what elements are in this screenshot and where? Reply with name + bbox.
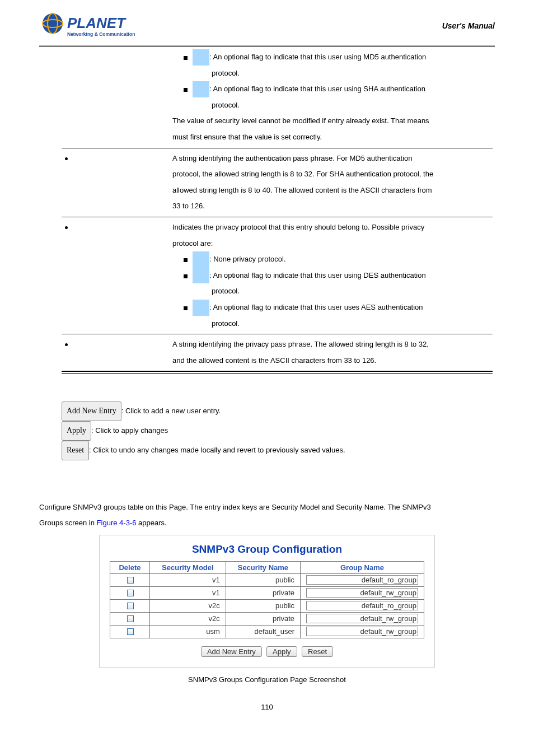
group-name-input[interactable] (306, 614, 418, 623)
legend-row: Apply: Click to apply changes (62, 421, 495, 441)
table-row: A string identifying the authentication … (62, 148, 493, 217)
list-item: : An optional flag to indicate that this… (184, 300, 489, 332)
manual-title: User's Manual (442, 21, 495, 30)
brand-sub-text: Networking & Communication (67, 31, 135, 37)
list-item: : An optional flag to indicate that this… (184, 81, 489, 113)
table-row: v2cprivate (110, 612, 424, 625)
col-security-model: Security Model (150, 561, 226, 573)
parameter-table: : An optional flag to indicate that this… (62, 47, 493, 371)
highlight-aes (193, 300, 209, 316)
table-row: usmdefault_user (110, 625, 424, 638)
table-row: A string identifying the privacy pass ph… (62, 334, 493, 371)
highlight-none (193, 251, 209, 268)
legend-row: Reset: Click to undo any changes made lo… (62, 441, 495, 460)
cell-security-model: v2c (150, 612, 226, 625)
col-security-name: Security Name (226, 561, 300, 573)
bullet-icon (65, 157, 68, 160)
screenshot-reset-button[interactable]: Reset (302, 646, 333, 657)
auth-proto-list: : An optional flag to indicate that this… (172, 49, 489, 113)
highlight-sha (193, 81, 209, 97)
figure-caption: SNMPv3 Groups Configuration Page Screens… (39, 675, 495, 684)
list-item: : An optional flag to indicate that this… (184, 49, 489, 81)
highlight-des (193, 268, 209, 284)
page-header: PLANET Networking & Communication User's… (39, 11, 495, 45)
priv-proto-list: : None privacy protocol. : An optional f… (172, 251, 489, 332)
figure-link[interactable]: Figure 4-3-6 (97, 519, 137, 527)
apply-button[interactable]: Apply (62, 421, 91, 441)
section-intro: Configure SNMPv3 groups table on this Pa… (39, 500, 495, 531)
screenshot-add-button[interactable]: Add New Entry (201, 646, 262, 657)
col-delete: Delete (110, 561, 150, 573)
bullet-icon (65, 226, 68, 229)
cell-security-name: default_user (226, 625, 300, 638)
bullet-icon (65, 343, 68, 346)
cell-security-name: private (226, 586, 300, 599)
group-name-input[interactable] (306, 588, 418, 598)
group-name-input[interactable] (306, 627, 418, 636)
svg-point-0 (43, 13, 63, 34)
page-number: 110 (39, 703, 495, 711)
buttons-legend: Add New Entry: Click to add a new user e… (62, 402, 495, 460)
group-name-input[interactable] (306, 575, 418, 585)
col-group-name: Group Name (301, 561, 424, 573)
cell-security-name: public (226, 599, 300, 612)
delete-checkbox[interactable] (127, 615, 134, 622)
legend-row: Add New Entry: Click to add a new user e… (62, 402, 495, 421)
table-row: v1private (110, 586, 424, 599)
brand-top-text: PLANET (67, 15, 127, 31)
cell-security-model: v1 (150, 586, 226, 599)
delete-checkbox[interactable] (127, 577, 134, 584)
table-row: Indicates the privacy protocol that this… (62, 217, 493, 334)
table-row: v1public (110, 573, 424, 586)
table-end-divider (62, 371, 493, 374)
delete-checkbox[interactable] (127, 628, 134, 635)
highlight-md5 (193, 49, 209, 66)
delete-checkbox[interactable] (127, 590, 134, 596)
cell-security-model: usm (150, 625, 226, 638)
list-item: : None privacy protocol. (184, 251, 489, 268)
screenshot-title: SNMPv3 Group Configuration (110, 543, 424, 556)
brand-logo: PLANET Networking & Communication (39, 11, 146, 40)
snmp-group-table: Delete Security Model Security Name Grou… (110, 561, 424, 638)
cell-security-name: public (226, 573, 300, 586)
add-new-entry-button[interactable]: Add New Entry (62, 402, 121, 421)
table-row: : An optional flag to indicate that this… (62, 47, 493, 148)
snmp-group-screenshot: SNMPv3 Group Configuration Delete Securi… (99, 535, 435, 668)
cell-security-name: private (226, 612, 300, 625)
cell-security-model: v2c (150, 599, 226, 612)
screenshot-apply-button[interactable]: Apply (266, 646, 297, 657)
list-item: : An optional flag to indicate that this… (184, 268, 489, 300)
table-row: v2cpublic (110, 599, 424, 612)
group-name-input[interactable] (306, 601, 418, 610)
reset-button[interactable]: Reset (62, 441, 89, 460)
delete-checkbox[interactable] (127, 603, 134, 609)
page: PLANET Networking & Communication User's… (0, 0, 534, 756)
screenshot-button-row: Add New Entry Apply Reset (110, 646, 424, 657)
cell-security-model: v1 (150, 573, 226, 586)
